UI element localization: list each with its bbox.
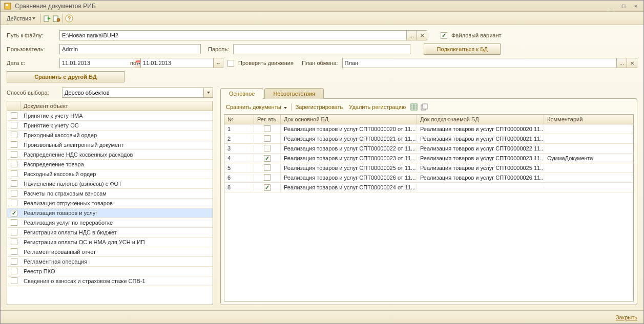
exchange-plan-select-button[interactable]: … [617,58,627,68]
cell-reg-checkbox[interactable] [264,125,271,132]
tree-row[interactable]: Реализация услуг по переработке [7,218,213,228]
check-movements-checkbox[interactable] [227,60,234,67]
tree-row-checkbox[interactable] [11,248,17,255]
tree-row[interactable]: Распределение товара [7,160,213,169]
grid-body[interactable]: 1Реализация товаров и услуг СПТ00000020 … [224,124,633,301]
copy-icon[interactable] [420,103,428,111]
exchange-plan-clear-button[interactable]: ✕ [627,58,637,68]
tree-row[interactable]: Регламентная операция [7,257,213,267]
tree-row-checkbox[interactable] [11,229,17,235]
grid-row[interactable]: 8Реализация товаров и услуг СПТ00000024 … [224,183,633,192]
tree-row-checkbox[interactable] [11,210,17,217]
grid-row[interactable]: 1Реализация товаров и услуг СПТ00000020 … [224,124,633,134]
cell-num: 6 [224,174,254,181]
date-from-input[interactable] [59,58,135,68]
tree-row-checkbox[interactable] [11,258,17,265]
grid-row[interactable]: 3Реализация товаров и услуг СПТ00000022 … [224,144,633,154]
tree-row[interactable]: Сведения о взносах и страховом стаже СПВ… [7,276,213,286]
cell-reg-checkbox[interactable] [264,174,271,181]
user-input[interactable] [59,44,201,54]
tree-row-checkbox[interactable] [11,219,17,226]
tree-row-checkbox[interactable] [11,170,17,177]
file-variant-checkbox[interactable] [441,32,447,39]
script-gear-icon[interactable] [52,14,60,23]
tree-row-label: Произвольный электронный документ [20,141,213,148]
tree-row[interactable]: Расчеты по страховым взносам [7,189,213,199]
tree-row-checkbox[interactable] [11,268,17,274]
cell-reg-checkbox[interactable] [264,145,271,152]
help-icon[interactable]: ? [65,14,73,23]
tree-body[interactable]: Принятие к учету НМАПринятие к учету ОСП… [7,111,213,305]
select-method-label: Способ выбора: [7,90,58,96]
col-comment[interactable]: Комментарий [544,115,633,124]
actions-menu[interactable]: Действия [4,14,38,23]
svg-rect-13 [423,104,427,109]
cell-reg-checkbox[interactable] [264,155,271,162]
tree-row-checkbox[interactable] [11,141,17,148]
col-reg[interactable]: Рег-ать [254,115,281,124]
tree-row[interactable]: Принятие к учету НМА [7,111,213,121]
tree-row[interactable]: Начисление налогов (взносов) с ФОТ [7,179,213,189]
unregister-button[interactable]: Удалить регистрацию [347,103,408,111]
col-main-db[interactable]: Док основной БД [281,115,417,124]
register-button[interactable]: Зарегистрировать [294,103,345,111]
cell-reg-checkbox[interactable] [264,184,271,191]
cell-conn-db: Реализация товаров и услуг СПТ00000022 1… [417,145,544,152]
chevron-down-icon[interactable] [204,88,213,98]
script-run-icon[interactable] [43,14,51,23]
compare-docs-menu[interactable]: Сравнить документы [224,103,289,111]
grid-row[interactable]: 4Реализация товаров и услуг СПТ00000023 … [224,154,633,163]
tree-row-checkbox[interactable] [11,161,17,167]
tree-row-checkbox[interactable] [11,277,17,284]
grid-row[interactable]: 2Реализация товаров и услуг СПТ00000021 … [224,134,633,144]
minimize-icon[interactable]: _ [607,3,616,10]
cell-reg-checkbox[interactable] [264,135,271,142]
grid-row[interactable]: 6Реализация товаров и услуг СПТ00000026 … [224,173,633,183]
table-icon[interactable] [410,103,418,111]
svg-point-5 [57,18,60,21]
cell-num: 5 [224,164,254,171]
tree-row[interactable]: Регистрация оплаты НДС в бюджет [7,228,213,237]
tree-row-checkbox[interactable] [11,239,17,245]
tree-row-checkbox[interactable] [11,132,17,138]
path-input[interactable] [59,30,407,40]
path-browse-button[interactable]: … [407,30,417,40]
tree-row[interactable]: Реализация товаров и услуг [7,208,213,218]
tree-row-checkbox[interactable] [11,112,17,119]
tree-row[interactable]: Регистрация оплаты ОС и НМА для УСН и ИП [7,237,213,247]
close-icon[interactable]: ✕ [631,3,640,10]
tree-row[interactable]: Принятие к учету ОС [7,121,213,131]
tree-row[interactable]: Расходный кассовый ордер [7,169,213,179]
tree-row-label: Реализация отгруженных товаров [20,200,213,207]
compare-button[interactable]: Сравнить с другой БД [7,71,124,82]
tree-row[interactable]: Реализация отгруженных товаров [7,199,213,208]
tree-row-label: Принятие к учету ОС [20,122,213,129]
tree-row-checkbox[interactable] [11,122,17,128]
cell-reg-checkbox[interactable] [264,164,271,171]
cell-comment [544,138,633,139]
col-num[interactable]: № [224,115,254,124]
path-clear-button[interactable]: ✕ [417,30,427,40]
close-button[interactable]: Закрыть [616,314,637,320]
exchange-plan-input[interactable] [342,58,617,68]
maximize-icon[interactable]: □ [619,3,628,10]
tree-row[interactable]: Произвольный электронный документ [7,140,213,150]
grid-row[interactable]: 5Реализация товаров и услуг СПТ00000025 … [224,163,633,173]
tree-row-checkbox[interactable] [11,190,17,197]
select-method-combo[interactable]: Дерево объектов [62,88,204,98]
tree-row[interactable]: Приходный кассовый ордер [7,131,213,140]
tree-row-checkbox[interactable] [11,151,17,158]
cell-conn-db: Реализация товаров и услуг СПТ00000021 1… [417,135,544,142]
tree-row[interactable]: Распределение НДС косвенных расходов [7,150,213,160]
connect-button[interactable]: Подключиться к БД [424,44,501,55]
tree-row-checkbox[interactable] [11,200,17,206]
date-to-input[interactable] [140,58,216,68]
col-conn-db[interactable]: Док подключаемой БД [417,115,544,124]
tree-row-checkbox[interactable] [11,180,17,187]
password-input[interactable] [233,44,410,54]
tab-main[interactable]: Основное [220,88,263,99]
tree-row[interactable]: Реестр ПКО [7,267,213,276]
swap-dates-button[interactable]: ↔ [213,58,223,68]
tree-row[interactable]: Регламентированный отчет [7,247,213,257]
tab-mismatch[interactable]: Несоответствия [264,88,324,99]
